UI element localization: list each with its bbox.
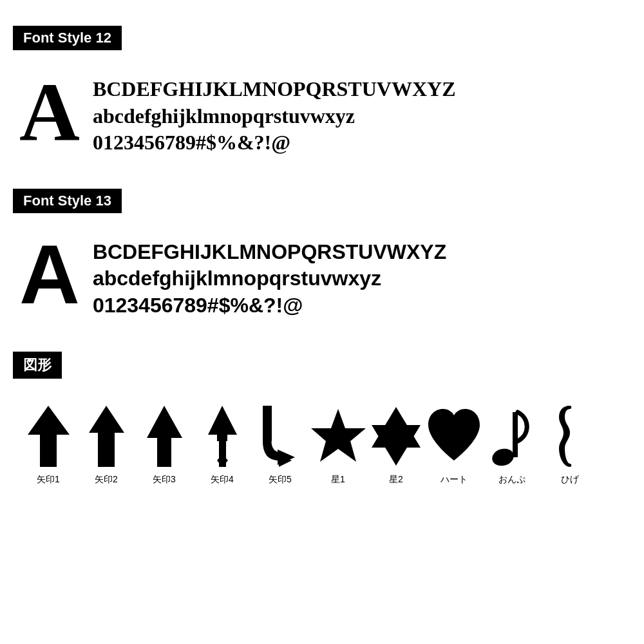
shape-label-heart: ハート bbox=[440, 474, 468, 486]
font-style-13-big-letter: A bbox=[19, 232, 80, 316]
svg-marker-3 bbox=[147, 406, 182, 467]
font-style-13-demo: A BCDEFGHIJKLMNOPQRSTUVWXYZ abcdefghijkl… bbox=[13, 226, 631, 326]
font-style-13-chars: BCDEFGHIJKLMNOPQRSTUVWXYZ abcdefghijklmn… bbox=[93, 232, 446, 319]
star1-icon bbox=[311, 404, 366, 469]
font-style-13-line-1: BCDEFGHIJKLMNOPQRSTUVWXYZ bbox=[93, 239, 446, 266]
shape-label-arrow1: 矢印1 bbox=[37, 474, 60, 486]
shape-item-arrow3: 矢印3 bbox=[135, 404, 193, 486]
shape-item-star1: 星1 bbox=[309, 404, 367, 486]
font-style-13-header: Font Style 13 bbox=[13, 189, 122, 213]
font-style-12-demo: A BCDEFGHIJKLMNOPQRSTUVWXYZ abcdefghijkl… bbox=[13, 63, 631, 163]
shapes-grid: 矢印1 矢印2 矢印3 bbox=[13, 392, 631, 492]
svg-marker-0 bbox=[28, 406, 70, 467]
shape-item-moustache: ひげ bbox=[541, 404, 599, 486]
svg-point-15 bbox=[491, 446, 516, 467]
font-style-12-header: Font Style 12 bbox=[13, 26, 122, 50]
shape-item-arrow4: 矢印4 bbox=[193, 404, 251, 486]
arrow5-icon bbox=[260, 404, 301, 469]
shape-item-heart: ハート bbox=[425, 404, 483, 486]
shape-label-moustache: ひげ bbox=[561, 474, 579, 486]
shape-item-music: おんぷ bbox=[483, 404, 541, 486]
star2-icon bbox=[369, 404, 424, 469]
shape-label-arrow3: 矢印3 bbox=[153, 474, 176, 486]
shapes-section: 図形 矢印1 矢印2 bbox=[13, 352, 631, 492]
font-style-12-chars: BCDEFGHIJKLMNOPQRSTUVWXYZ abcdefghijklmn… bbox=[93, 70, 456, 156]
shape-label-arrow4: 矢印4 bbox=[211, 474, 234, 486]
font-style-12-big-letter: A bbox=[19, 70, 80, 153]
svg-marker-6 bbox=[217, 454, 228, 467]
arrow3-icon bbox=[147, 404, 182, 469]
shape-label-arrow5: 矢印5 bbox=[269, 474, 292, 486]
font-style-12-line-1: BCDEFGHIJKLMNOPQRSTUVWXYZ bbox=[93, 76, 456, 103]
shape-label-music: おんぷ bbox=[498, 474, 526, 486]
shape-label-star1: 星1 bbox=[331, 474, 345, 486]
moustache-icon bbox=[556, 404, 585, 469]
svg-marker-9 bbox=[311, 409, 366, 462]
shape-item-arrow2: 矢印2 bbox=[77, 404, 135, 486]
shape-item-arrow1: 矢印1 bbox=[19, 404, 77, 486]
shape-item-star2: 星2 bbox=[367, 404, 425, 486]
music-icon bbox=[491, 404, 533, 469]
arrow1-icon bbox=[28, 404, 70, 469]
shape-item-arrow5: 矢印5 bbox=[251, 404, 309, 486]
font-style-12-line-3: 0123456789#$%&?!@ bbox=[93, 129, 456, 156]
svg-rect-7 bbox=[263, 406, 272, 441]
svg-rect-16 bbox=[513, 412, 518, 457]
font-style-12-section: Font Style 12 A BCDEFGHIJKLMNOPQRSTUVWXY… bbox=[13, 26, 631, 163]
font-style-13-line-3: 0123456789#$%&?!@ bbox=[93, 292, 446, 319]
font-style-12-line-2: abcdefghijklmnopqrstuvwxyz bbox=[93, 103, 456, 130]
shape-label-star2: 星2 bbox=[389, 474, 403, 486]
heart-icon bbox=[425, 404, 483, 469]
arrow4-icon bbox=[208, 404, 237, 469]
font-style-13-section: Font Style 13 A BCDEFGHIJKLMNOPQRSTUVWXY… bbox=[13, 189, 631, 326]
shapes-header: 図形 bbox=[13, 352, 62, 379]
font-style-13-line-2: abcdefghijklmnopqrstuvwxyz bbox=[93, 265, 446, 292]
arrow2-icon bbox=[89, 404, 124, 469]
shape-label-arrow2: 矢印2 bbox=[95, 474, 118, 486]
svg-marker-5 bbox=[208, 406, 237, 441]
